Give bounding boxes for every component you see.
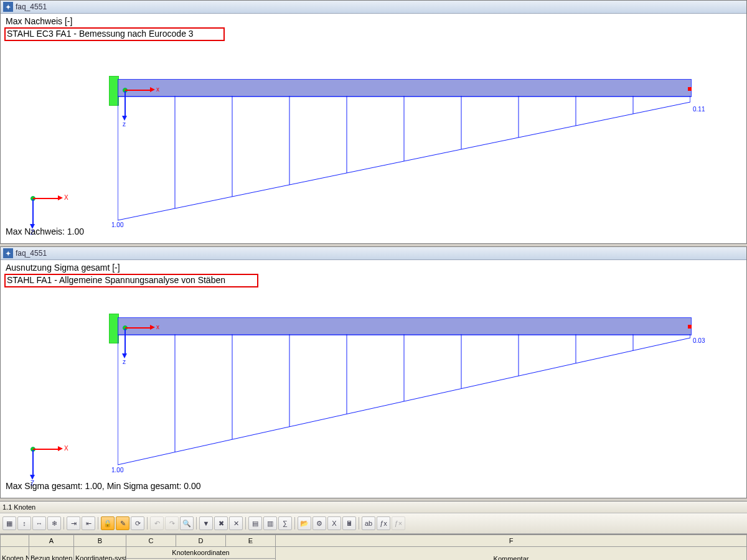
global-z-axis [32, 199, 34, 225]
app-icon: ✦ [3, 2, 13, 12]
table-header-grid: A B C D E F Knoten Nr. Bezug knoten Koor… [0, 534, 747, 560]
toolbar-separator [294, 517, 295, 530]
col-knoten-nr[interactable]: Knoten Nr. [1, 547, 29, 561]
local-x-label: x [156, 86, 159, 93]
toolbar-text-icon[interactable]: ab [362, 516, 375, 530]
toolbar-units-icon[interactable]: ⚙ [312, 516, 326, 530]
toolbar-table-a-icon[interactable]: ▤ [248, 516, 262, 530]
viewport-1[interactable]: Max Nachweis [-] STAHL EC3 FA1 - Bemessu… [1, 14, 746, 238]
module-highlight-box: STAHL FA1 - Allgemeine Spannungsanalyse … [4, 274, 258, 287]
result-pane-2: ✦ faq_4551 Ausnutzung Sigma gesamt [-] S… [0, 246, 747, 498]
toolbar-fx-table-icon[interactable]: ∑ [278, 516, 292, 530]
arrow-right-icon [58, 195, 63, 200]
value-left: 1.00 [111, 222, 123, 228]
end-node [688, 325, 692, 329]
col-letter-B[interactable]: B [74, 535, 126, 547]
toolbar-row-height-icon[interactable]: ↕ [17, 516, 31, 530]
toolbar-find-icon[interactable]: 🔍 [180, 516, 194, 530]
result-diagram [118, 334, 690, 476]
value-left: 1.00 [111, 467, 123, 474]
toolbar-import-icon[interactable]: ⇥ [67, 516, 80, 530]
beam-member [118, 79, 692, 97]
toolbar-export-icon[interactable]: ⇤ [82, 516, 95, 530]
col-letter-F[interactable]: F [276, 535, 747, 547]
toolbar-table-b-icon[interactable]: ▥ [263, 516, 277, 530]
window-title: faq_4551 [16, 2, 47, 11]
result-diagram [118, 96, 690, 230]
result-type-label: Max Nachweis [-] [6, 16, 72, 26]
toolbar-delete-col-icon[interactable]: ✕ [229, 516, 243, 530]
col-bezug[interactable]: Bezug knoten [29, 547, 74, 561]
table-tab-label: 1.1 Knoten [2, 503, 35, 511]
arrow-right-icon [58, 446, 63, 451]
toolbar-separator [359, 517, 359, 530]
titlebar-2[interactable]: ✦ faq_4551 [1, 247, 746, 260]
toolbar-calc-icon[interactable]: 🖩 [342, 516, 356, 530]
toolbar-separator [63, 517, 64, 530]
window-title: faq_4551 [16, 249, 47, 258]
group-header-row: Knoten Nr. Bezug knoten Koordinaten-syst… [1, 547, 747, 559]
local-x-axis [125, 327, 151, 329]
app-icon: ✦ [3, 248, 13, 258]
global-x-label: X [64, 194, 68, 201]
toolbar-separator [147, 517, 148, 530]
data-panel: 1.1 Knoten ▦↕↔❄⇥⇤🔒✎⟳↶↷🔍▼✖✕▤▥∑📂⚙X🖩abƒxƒ× … [0, 501, 747, 560]
col-letter-C[interactable]: C [126, 535, 176, 547]
global-x-label: X [64, 445, 68, 452]
toolbar-redo-icon[interactable]: ↷ [165, 516, 179, 530]
value-right: 0.03 [693, 337, 705, 344]
toolbar-lock-icon[interactable]: 🔒 [101, 516, 115, 530]
toolbar-refresh-icon[interactable]: ⟳ [131, 516, 144, 530]
toolbar-highlight-icon[interactable]: ✎ [116, 516, 129, 530]
col-kommentar[interactable]: Kommentar [276, 547, 747, 561]
corner-cell[interactable] [1, 535, 29, 547]
local-x-label: x [156, 324, 159, 330]
col-letter-A[interactable]: A [29, 535, 74, 547]
toolbar-filter-icon[interactable]: ▼ [199, 516, 213, 530]
arrow-right-icon [150, 87, 155, 92]
titlebar-1[interactable]: ✦ faq_4551 [1, 1, 746, 14]
toolbar-separator [245, 517, 246, 530]
arrow-down-icon [30, 475, 35, 480]
column-letter-row: A B C D E F [1, 535, 747, 547]
global-x-axis [33, 449, 59, 450]
toolbar-excel-icon[interactable]: X [327, 516, 341, 530]
arrow-right-icon [150, 325, 155, 330]
toolbar-separator [196, 517, 197, 530]
viewport-2[interactable]: Ausnutzung Sigma gesamt [-] STAHL FA1 - … [1, 260, 746, 492]
module-name: STAHL EC3 FA1 - Bemessung nach Eurocode … [7, 29, 194, 39]
global-z-axis [32, 450, 34, 476]
toolbar-delete-row-icon[interactable]: ✖ [214, 516, 228, 530]
col-koord-sys[interactable]: Koordinaten-system [74, 547, 126, 561]
result-pane-1: ✦ faq_4551 Max Nachweis [-] STAHL EC3 FA… [0, 0, 747, 244]
end-node [688, 87, 692, 91]
toolbar-open-icon[interactable]: 📂 [298, 516, 311, 530]
toolbar-fx-clear-icon[interactable]: ƒ× [392, 516, 405, 530]
toolbar-col-width-icon[interactable]: ↔ [32, 516, 46, 530]
module-highlight-box: STAHL EC3 FA1 - Bemessung nach Eurocode … [4, 27, 225, 41]
local-x-axis [125, 90, 151, 91]
value-right: 0.11 [693, 106, 705, 113]
col-koord-group[interactable]: Knotenkoordinaten [126, 547, 276, 559]
table-toolbar: ▦↕↔❄⇥⇤🔒✎⟳↶↷🔍▼✖✕▤▥∑📂⚙X🖩abƒxƒ× [0, 513, 747, 534]
toolbar-freeze-icon[interactable]: ❄ [47, 516, 61, 530]
col-letter-E[interactable]: E [226, 535, 276, 547]
global-x-axis [33, 198, 59, 199]
summary-text: Max Nachweis: 1.00 [6, 226, 84, 236]
table-tab[interactable]: 1.1 Knoten [0, 502, 747, 513]
summary-text: Max Sigma gesamt: 1.00, Min Sigma gesamt… [6, 481, 201, 491]
toolbar-fx-icon[interactable]: ƒx [377, 516, 390, 530]
table-header: A B C D E F Knoten Nr. Bezug knoten Koor… [0, 534, 747, 560]
result-type-label: Ausnutzung Sigma gesamt [-] [6, 263, 120, 273]
toolbar-undo-icon[interactable]: ↶ [150, 516, 164, 530]
toolbar-grid-style-icon[interactable]: ▦ [2, 516, 16, 530]
beam-member [118, 317, 692, 335]
col-letter-D[interactable]: D [176, 535, 226, 547]
module-name: STAHL FA1 - Allgemeine Spannungsanalyse … [7, 275, 225, 285]
toolbar-separator [98, 517, 98, 530]
